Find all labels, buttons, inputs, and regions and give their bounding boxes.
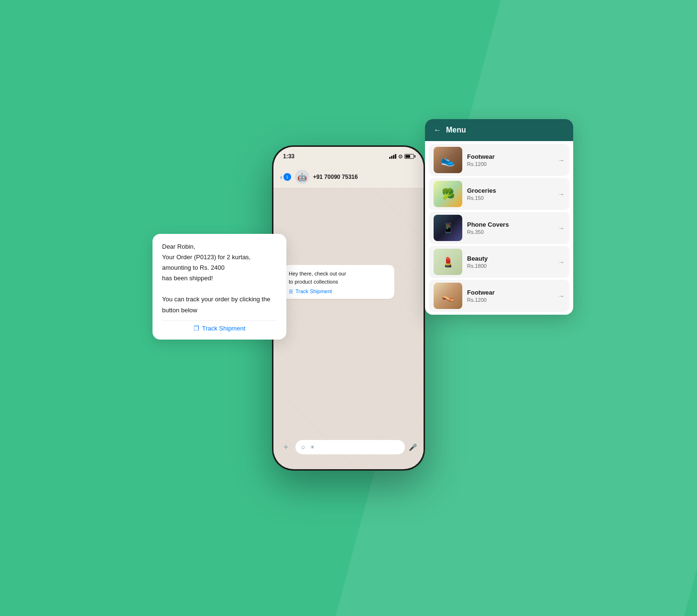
- order-line: Your Order (P0123) for 2 kurtas,: [162, 253, 250, 261]
- groceries-image: 🥦: [434, 181, 462, 207]
- top-chat-bubble: Hey there, check out ourto product colle…: [283, 265, 414, 299]
- contact-name: +91 70090 75316: [313, 174, 358, 180]
- groceries-info: Groceries Rs.150: [467, 187, 553, 201]
- footwear2-price: Rs.1200: [467, 297, 553, 303]
- signal-icon: [389, 154, 396, 159]
- track-info-2: button below: [162, 307, 197, 314]
- footwear-price: Rs.1200: [467, 161, 553, 167]
- top-track-shipment-link[interactable]: ☰ Track Shipment: [289, 288, 389, 294]
- groceries-arrow-icon: →: [558, 190, 565, 198]
- footwear-arrow-icon: →: [558, 156, 565, 164]
- list-icon: ☰: [289, 289, 293, 294]
- menu-item-beauty[interactable]: 💄 Beauty Rs.1800 →: [429, 246, 569, 278]
- footwear2-info: Footwear Rs.1200: [467, 289, 553, 303]
- back-button[interactable]: ‹ 1: [280, 173, 291, 181]
- menu-panel: ← Menu 👟 Footwear Rs.1200 → 🥦 Grocerie: [425, 119, 573, 315]
- back-arrow-icon: ‹: [280, 173, 283, 181]
- battery-icon: [404, 154, 414, 159]
- phone-covers-image: 📱: [434, 215, 462, 241]
- shoes-emoji: 👟: [441, 154, 455, 167]
- status-icons: ⊙: [389, 154, 414, 160]
- top-bubble-text: Hey there, check out ourto product colle…: [289, 270, 389, 286]
- phone-covers-name: Phone Covers: [467, 221, 553, 228]
- beauty-name: Beauty: [467, 255, 553, 262]
- phone-covers-arrow-icon: →: [558, 224, 565, 232]
- beauty-price: Rs.1800: [467, 263, 553, 269]
- groceries-name: Groceries: [467, 187, 553, 194]
- menu-items-list: 👟 Footwear Rs.1200 → 🥦 Groceries Rs.150 …: [425, 141, 573, 315]
- contact-avatar: 🤖: [295, 170, 309, 184]
- phone-screen: 1:33 ⊙ ‹ 1: [273, 147, 424, 469]
- beauty-image: 💄: [434, 249, 462, 275]
- wifi-icon: ⊙: [398, 154, 403, 160]
- menu-item-footwear2[interactable]: 👡 Footwear Rs.1200 →: [429, 280, 569, 312]
- phone-covers-info: Phone Covers Rs.350: [467, 221, 553, 235]
- beauty-info: Beauty Rs.1800: [467, 255, 553, 269]
- status-bar: 1:33 ⊙: [273, 147, 424, 166]
- footwear2-name: Footwear: [467, 289, 553, 296]
- chat-input-area: + ☺ ☀ 🎤: [273, 436, 424, 458]
- menu-header: ← Menu: [425, 119, 573, 141]
- scene: 1:33 ⊙ ‹ 1: [181, 81, 516, 535]
- phone-covers-price: Rs.350: [467, 229, 553, 235]
- left-bubble-text: Dear Robin, Your Order (P0123) for 2 kur…: [162, 242, 277, 316]
- menu-back-icon[interactable]: ←: [434, 126, 441, 134]
- footwear-info: Footwear Rs.1200: [467, 153, 553, 167]
- menu-item-groceries[interactable]: 🥦 Groceries Rs.150 →: [429, 178, 569, 210]
- left-track-label: Track Shipment: [202, 325, 246, 332]
- footwear2-image: 👡: [434, 283, 462, 309]
- top-bubble-content: Hey there, check out ourto product colle…: [283, 265, 394, 299]
- track-info-1: You can track your order by clicking the: [162, 296, 270, 303]
- notification-badge: 1: [283, 173, 291, 181]
- footwear-name: Footwear: [467, 153, 553, 160]
- beauty-emoji: 💄: [442, 256, 454, 268]
- left-track-shipment-link[interactable]: ❐ Track Shipment: [162, 320, 277, 332]
- menu-item-phone-covers[interactable]: 📱 Phone Covers Rs.350 →: [429, 212, 569, 244]
- time-display: 1:33: [283, 153, 294, 160]
- dear-robin: Dear Robin,: [162, 243, 195, 250]
- top-track-shipment-label: Track Shipment: [295, 288, 332, 294]
- footwear2-arrow-icon: →: [558, 292, 565, 300]
- phone-emoji: 📱: [442, 222, 454, 234]
- footwear-image: 👟: [434, 147, 462, 173]
- footwear2-emoji: 👡: [442, 290, 455, 302]
- menu-title: Menu: [446, 126, 466, 134]
- message-input[interactable]: ☺ ☀: [295, 440, 405, 454]
- external-link-icon: ❐: [194, 325, 199, 332]
- menu-item-footwear[interactable]: 👟 Footwear Rs.1200 →: [429, 144, 569, 176]
- mic-button[interactable]: 🎤: [409, 443, 417, 451]
- shipped-line: has been shipped!: [162, 275, 213, 282]
- beauty-arrow-icon: →: [558, 258, 565, 266]
- chat-header: ‹ 1 🤖 +91 70090 75316: [273, 166, 424, 188]
- sticker-icon: ☺: [300, 444, 306, 451]
- left-floating-bubble: Dear Robin, Your Order (P0123) for 2 kur…: [152, 234, 286, 340]
- groceries-emoji: 🥦: [442, 188, 455, 200]
- camera-icon: ☀: [310, 444, 315, 451]
- phone: 1:33 ⊙ ‹ 1: [272, 145, 425, 471]
- groceries-price: Rs.150: [467, 195, 553, 201]
- amount-line: amounting to Rs. 2400: [162, 264, 225, 271]
- attach-button[interactable]: +: [280, 442, 292, 452]
